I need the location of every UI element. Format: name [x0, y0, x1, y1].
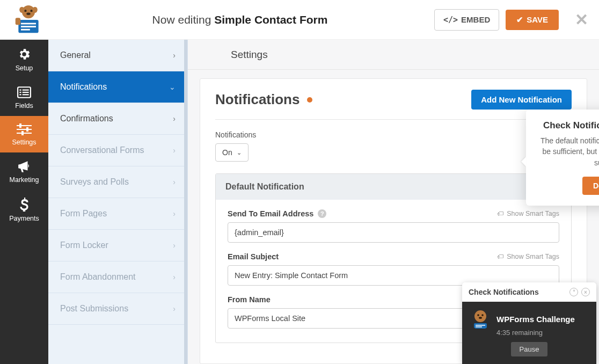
svg-point-26 [477, 314, 479, 316]
page-title: Settings [231, 49, 268, 61]
list-icon [17, 86, 31, 99]
subnav-label: Notifications [60, 82, 107, 92]
nav-payments[interactable]: Payments [0, 190, 48, 229]
subnav-surveys-polls[interactable]: Surveys and Polls › [48, 166, 187, 198]
chevron-right-icon: › [173, 241, 176, 250]
subnav-label: General [60, 50, 91, 60]
svg-point-4 [19, 6, 24, 12]
subnav-label: Form Abandonment [60, 272, 136, 282]
send-to-input[interactable] [228, 222, 559, 243]
svg-rect-19 [17, 129, 32, 130]
subnav-label: Post Submissions [60, 304, 128, 314]
save-label: SAVE [527, 15, 548, 24]
challenge-widget: Check Notifications ˅ × WPForms Challeng… [462, 282, 596, 364]
content-heading: Notifications [215, 91, 312, 108]
svg-point-27 [481, 314, 484, 316]
svg-point-2 [30, 10, 32, 12]
nav-marketing[interactable]: Marketing [0, 152, 48, 190]
chevron-right-icon: › [173, 304, 176, 313]
subnav-label: Conversational Forms [60, 145, 144, 155]
popover-done-button[interactable]: Done [582, 177, 599, 195]
close-icon[interactable]: ✕ [575, 10, 588, 29]
svg-point-1 [24, 10, 26, 12]
svg-rect-13 [23, 90, 29, 91]
nav-fields-label: Fields [15, 102, 33, 110]
svg-rect-10 [15, 18, 20, 25]
svg-rect-8 [21, 26, 36, 27]
svg-rect-15 [23, 92, 29, 93]
nav-setup[interactable]: Setup [0, 40, 48, 78]
svg-rect-23 [21, 131, 24, 135]
svg-rect-31 [476, 326, 482, 327]
help-icon[interactable]: ? [318, 209, 326, 218]
editing-title: Now editing Simple Contact Form [46, 13, 434, 26]
chevron-right-icon: › [173, 114, 176, 123]
subnav-notifications[interactable]: Notifications ⌄ [48, 71, 187, 103]
nav-settings[interactable]: Settings [0, 116, 48, 152]
add-notification-button[interactable]: Add New Notification [471, 90, 572, 110]
page-header: Settings [188, 40, 599, 70]
email-subject-label: Email Subject [228, 252, 279, 261]
svg-point-28 [479, 317, 482, 319]
nav-payments-label: Payments [9, 215, 39, 222]
notifications-toggle[interactable]: On ⌄ [215, 143, 249, 162]
nav-marketing-label: Marketing [10, 176, 39, 184]
close-icon[interactable]: × [581, 288, 590, 296]
svg-rect-29 [474, 323, 487, 329]
subnav-label: Surveys and Polls [60, 177, 129, 187]
toggle-label: Notifications [215, 130, 572, 139]
left-nav: Setup Fields Settings Marketing Payments [0, 40, 48, 364]
subnav-conversational-forms[interactable]: Conversational Forms › [48, 135, 187, 166]
code-icon: </> [443, 15, 458, 25]
subnav-form-pages[interactable]: Form Pages › [48, 198, 187, 230]
svg-point-5 [32, 6, 37, 12]
challenge-header: Check Notifications [469, 288, 539, 296]
show-smart-tags-link[interactable]: 🏷 Show Smart Tags [497, 253, 559, 260]
dollar-icon [20, 198, 28, 212]
chevron-right-icon: › [173, 178, 176, 186]
subnav-general[interactable]: General › [48, 40, 187, 71]
nav-fields[interactable]: Fields [0, 78, 48, 116]
top-bar: Now editing Simple Contact Form </> EMBE… [0, 0, 599, 40]
challenge-avatar-icon [470, 308, 491, 330]
content-heading-text: Notifications [215, 91, 300, 108]
settings-subnav: General › Notifications ⌄ Confirmations … [48, 40, 188, 364]
embed-button[interactable]: </> EMBED [434, 9, 499, 31]
send-to-label: Send To Email Address ? [228, 209, 326, 218]
subnav-label: Form Locker [60, 241, 108, 250]
subnav-post-submissions[interactable]: Post Submissions › [48, 293, 187, 325]
svg-rect-22 [26, 127, 28, 132]
subnav-form-abandonment[interactable]: Form Abandonment › [48, 261, 187, 293]
check-notification-popover: Check Notification Settings The default … [526, 110, 599, 206]
nav-setup-label: Setup [16, 64, 33, 72]
svg-rect-12 [19, 90, 21, 91]
embed-label: EMBED [461, 15, 490, 24]
from-name-label: From Name [228, 295, 271, 304]
subnav-label: Confirmations [60, 114, 113, 123]
panel-header: Default Notification [216, 174, 571, 200]
svg-rect-17 [23, 94, 29, 95]
subnav-form-locker[interactable]: Form Locker › [48, 230, 187, 261]
chevron-right-icon: › [173, 273, 176, 281]
chevron-right-icon: › [173, 209, 176, 218]
chevron-right-icon: › [173, 146, 176, 155]
challenge-remaining: 4:35 remaining [496, 329, 589, 337]
chevron-right-icon: › [173, 51, 176, 60]
show-smart-tags-link[interactable]: 🏷 Show Smart Tags [497, 210, 559, 217]
subnav-confirmations[interactable]: Confirmations › [48, 103, 187, 135]
subnav-label: Form Pages [60, 209, 107, 219]
tag-icon: 🏷 [497, 253, 504, 260]
svg-rect-20 [17, 133, 32, 134]
svg-rect-16 [19, 94, 21, 95]
popover-body: The default notification settings might … [536, 135, 599, 168]
sliders-icon [17, 123, 32, 135]
svg-rect-18 [17, 125, 32, 126]
svg-point-3 [26, 12, 30, 14]
challenge-pause-button[interactable]: Pause [511, 342, 548, 356]
svg-rect-21 [19, 123, 21, 128]
save-button[interactable]: ✔ SAVE [506, 10, 559, 30]
minimize-icon[interactable]: ˅ [569, 288, 578, 296]
gear-icon [17, 47, 31, 61]
svg-rect-9 [21, 28, 30, 30]
toggle-value: On [222, 148, 232, 157]
